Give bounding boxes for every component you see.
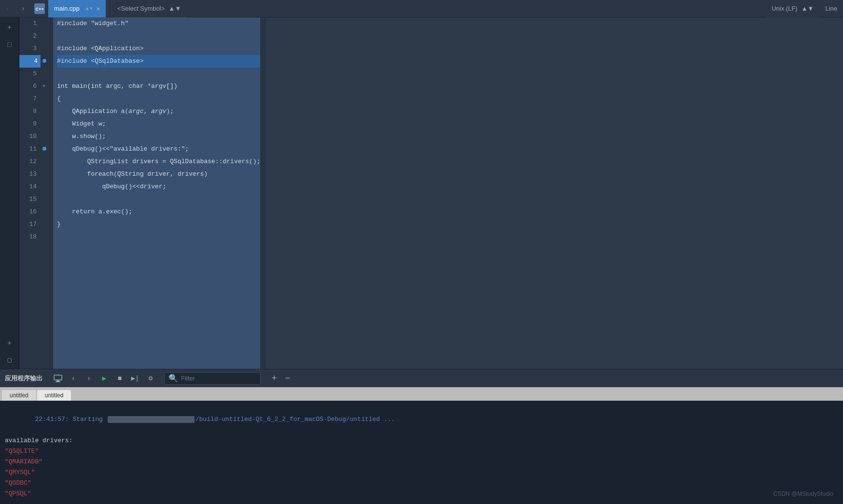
code-line-9: Widget w; xyxy=(57,118,260,130)
sidebar-window-icon[interactable]: □ xyxy=(2,38,17,52)
search-icon: 🔍 xyxy=(169,374,178,383)
code-line-2 xyxy=(57,30,260,42)
play-button[interactable]: ▶ xyxy=(98,373,110,384)
forward-button[interactable]: › xyxy=(15,0,31,17)
output-line-4: "QMARIADB" xyxy=(5,457,838,467)
tab-bar: ‹ › C++ main.cpp ▲▼ × <Select Symbol> ▲▼… xyxy=(0,0,843,17)
editor-tab[interactable]: main.cpp ▲▼ × xyxy=(48,0,106,17)
stop-button[interactable]: ■ xyxy=(114,373,126,384)
code-line-13: foreach(QString driver, drivers) xyxy=(57,168,260,181)
code-line-12: QStringList drivers = QSqlDatabase::driv… xyxy=(57,155,260,168)
left-sidebar: + □ xyxy=(0,17,19,369)
output-line-7: "QPSQL" xyxy=(5,489,838,499)
line-number-gutter: 1 2 3 4 5 6▼ 7 8 9 10 11 12 13 14 15 16 xyxy=(19,17,53,369)
plus-button[interactable]: + xyxy=(268,373,280,384)
code-line-17: } xyxy=(57,218,260,231)
code-editor[interactable]: #include "widget.h" #include <QApplicati… xyxy=(53,17,260,369)
bottom-toolbar: 应用程序输出 ‹ › ▶ ■ ▶| ⚙ 🔍 + − xyxy=(0,369,843,387)
symbol-selector-label: <Select Symbol> xyxy=(117,5,165,12)
editor-area: 1 2 3 4 5 6▼ 7 8 9 10 11 12 13 14 15 16 xyxy=(19,17,843,369)
output-tabs: untitled untitled xyxy=(0,387,843,401)
code-line-8: QApplication a(argc, argv); xyxy=(57,105,260,118)
encoding-label: Unix (LF) xyxy=(772,5,797,12)
code-line-4: #include <QSqlDatabase> xyxy=(57,55,260,68)
code-line-7: { xyxy=(57,93,260,105)
code-line-6: int main(int argc, char *argv[]) xyxy=(57,80,260,93)
sidebar-add-icon[interactable]: + xyxy=(2,20,17,35)
code-line-14: qDebug()<<driver; xyxy=(57,181,260,193)
skip-button[interactable]: ▶| xyxy=(129,373,141,384)
svg-text:C++: C++ xyxy=(35,7,43,12)
filter-input[interactable] xyxy=(181,375,256,382)
next-button[interactable]: › xyxy=(83,373,95,384)
output-timestamp: 22:41:57: xyxy=(35,416,72,423)
output-line-3: "QSQLITE" xyxy=(5,446,838,457)
output-line-5: "QMYSQL" xyxy=(5,467,838,478)
output-line-2: available drivers: xyxy=(5,435,838,446)
watermark: CSDN @MStudyStudio xyxy=(773,490,833,497)
tab-close-button[interactable]: × xyxy=(97,6,100,12)
code-line-1: #include "widget.h" xyxy=(57,17,260,30)
sidebar-bottom-add[interactable]: + xyxy=(2,336,17,350)
sidebar-bottom-window[interactable]: ▢ xyxy=(2,352,17,367)
tab-arrows[interactable]: ▲▼ xyxy=(85,7,93,11)
symbol-selector-arrows: ▲▼ xyxy=(169,5,181,12)
output-tab-2[interactable]: untitled xyxy=(37,390,71,401)
code-line-10: w.show(); xyxy=(57,130,260,143)
tab-filename: main.cpp xyxy=(54,5,80,12)
output-tab-2-label: untitled xyxy=(45,392,64,399)
back-button[interactable]: ‹ xyxy=(0,0,15,17)
symbol-selector[interactable]: <Select Symbol> ▲▼ xyxy=(112,0,187,17)
file-type-icon: C++ xyxy=(33,2,46,15)
svg-rect-3 xyxy=(56,380,59,381)
code-line-3: #include <QApplication> xyxy=(57,42,260,55)
line-label: Line xyxy=(819,5,843,12)
output-content: 22:41:57: Starting /build-untitled-Qt_6_… xyxy=(0,401,843,504)
code-line-15 xyxy=(57,193,260,206)
bottom-panel: 应用程序输出 ‹ › ▶ ■ ▶| ⚙ 🔍 + − untitled xyxy=(0,369,843,504)
code-line-16: return a.exec(); xyxy=(57,206,260,218)
output-tab-1[interactable]: untitled xyxy=(2,390,36,401)
code-line-5 xyxy=(57,68,260,80)
output-line-6: "QODBC" xyxy=(5,478,838,489)
code-line-18 xyxy=(57,231,260,243)
output-line-1: 22:41:57: Starting /build-untitled-Qt_6_… xyxy=(5,404,838,435)
panel-title: 应用程序输出 xyxy=(5,374,42,383)
computer-icon[interactable] xyxy=(52,373,64,384)
line-num-1: 1 xyxy=(19,17,41,30)
filter-input-container[interactable]: 🔍 xyxy=(164,372,261,385)
editor-scrollbar[interactable] xyxy=(260,17,266,369)
svg-rect-4 xyxy=(56,381,60,382)
encoding-selector[interactable]: Unix (LF) ▲▼ xyxy=(766,0,819,17)
encoding-arrows: ▲▼ xyxy=(801,5,814,12)
bottom-left-sidebar: + ▢ xyxy=(0,334,19,369)
svg-rect-2 xyxy=(54,375,62,380)
minus-button[interactable]: − xyxy=(282,373,294,384)
code-line-11: qDebug()<<"available drivers:"; xyxy=(57,143,260,155)
prev-button[interactable]: ‹ xyxy=(68,373,79,384)
output-tab-1-label: untitled xyxy=(10,392,28,399)
plus-minus-controls: + − xyxy=(268,373,294,384)
settings-icon[interactable]: ⚙ xyxy=(145,373,156,384)
